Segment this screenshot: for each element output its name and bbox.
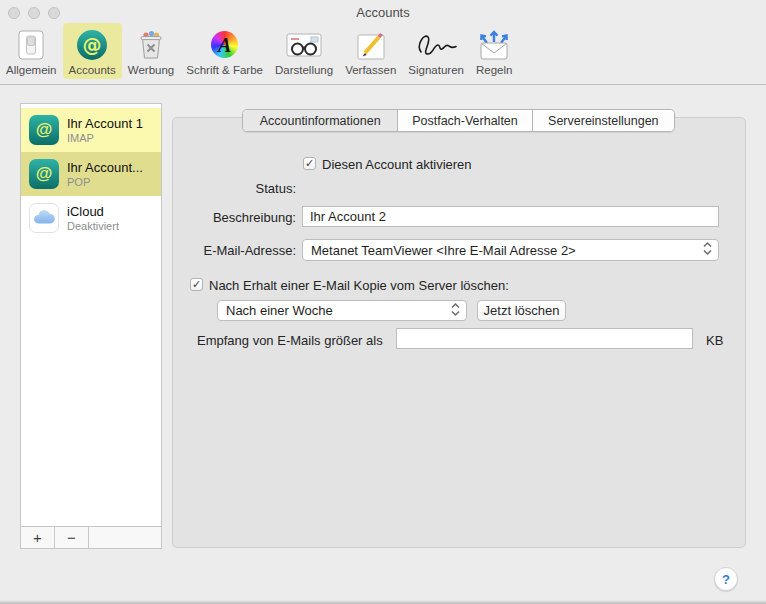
account-title: Ihr Account... — [67, 160, 143, 175]
preferences-toolbar: Allgemein @ Accounts Werbung A Schrift &… — [0, 22, 766, 85]
title-bar: Accounts — [0, 0, 766, 22]
checkmark-icon: ✓ — [305, 158, 314, 169]
email-address-label: E-Mail-Adresse: — [160, 243, 296, 258]
delete-now-button[interactable]: Jetzt löschen — [477, 300, 566, 321]
toolbar-label: Werbung — [128, 64, 174, 76]
signature-icon — [413, 26, 459, 63]
at-account-icon: @ — [29, 159, 59, 189]
toolbar-label: Allgemein — [6, 64, 57, 76]
toolbar-item-verfassen[interactable]: Verfassen — [339, 23, 402, 79]
window-shadow — [0, 600, 766, 604]
account-title: Ihr Account 1 — [67, 116, 143, 131]
preferences-window: Accounts Allgemein @ Accounts Werbung A — [0, 0, 766, 604]
account-list: @ Ihr Account 1 IMAP @ Ihr Account... PO… — [21, 104, 161, 526]
toolbar-label: Regeln — [476, 64, 512, 76]
description-label: Beschreibung: — [160, 210, 296, 225]
size-limit-unit: KB — [706, 333, 723, 348]
icloud-icon — [29, 203, 59, 233]
toolbar-label: Accounts — [69, 64, 116, 76]
size-limit-input[interactable] — [396, 328, 693, 349]
enable-account-checkbox[interactable]: ✓ — [303, 157, 316, 170]
font-color-icon: A — [211, 26, 238, 63]
toolbar-label: Verfassen — [345, 64, 396, 76]
help-button[interactable]: ? — [714, 567, 738, 591]
account-subtitle: Deaktiviert — [67, 220, 119, 232]
rules-envelope-icon — [476, 26, 512, 63]
toolbar-item-allgemein[interactable]: Allgemein — [0, 23, 63, 79]
account-tabs: Accountinformationen Postfach-Verhalten … — [242, 109, 675, 132]
junk-trash-icon — [134, 26, 168, 63]
account-list-footer: + − — [21, 526, 161, 548]
general-switch-icon — [14, 26, 48, 63]
account-row-icloud[interactable]: iCloud Deaktiviert — [21, 196, 161, 240]
compose-pencil-icon — [354, 26, 388, 63]
account-subtitle: IMAP — [67, 132, 143, 144]
description-input[interactable] — [302, 206, 719, 227]
account-subtitle: POP — [67, 176, 143, 188]
toolbar-label: Darstellung — [275, 64, 333, 76]
up-down-chevrons-icon — [450, 302, 461, 319]
account-row-ihr-account-2[interactable]: @ Ihr Account... POP — [21, 152, 161, 196]
toolbar-label: Signaturen — [408, 64, 464, 76]
toolbar-item-regeln[interactable]: Regeln — [470, 23, 518, 79]
accounts-sidebar: @ Ihr Account 1 IMAP @ Ihr Account... PO… — [20, 103, 162, 549]
up-down-chevrons-icon — [702, 242, 713, 259]
tab-postfach-verhalten[interactable]: Postfach-Verhalten — [397, 110, 531, 131]
footer-spacer — [89, 527, 161, 548]
svg-text:@: @ — [83, 33, 102, 55]
toolbar-label: Schrift & Farbe — [186, 64, 263, 76]
email-address-value: Metanet TeamViewer <Ihre E-Mail Adresse … — [311, 243, 576, 258]
delete-interval-popup[interactable]: Nach einer Woche — [217, 300, 467, 321]
at-account-icon: @ — [29, 115, 59, 145]
toolbar-item-schrift-farbe[interactable]: A Schrift & Farbe — [180, 23, 269, 79]
email-address-popup[interactable]: Metanet TeamViewer <Ihre E-Mail Adresse … — [302, 239, 719, 261]
tab-servereinstellungen[interactable]: Servereinstellungen — [532, 110, 674, 131]
size-limit-label: Empfang von E-Mails größer als — [197, 333, 383, 348]
toolbar-item-werbung[interactable]: Werbung — [122, 23, 180, 79]
tab-accountinformationen[interactable]: Accountinformationen — [243, 110, 397, 131]
account-row-ihr-account-1[interactable]: @ Ihr Account 1 IMAP — [21, 108, 161, 152]
delete-copy-label: Nach Erhalt einer E-Mail Kopie vom Serve… — [209, 278, 509, 293]
delete-interval-value: Nach einer Woche — [226, 303, 333, 318]
delete-copy-checkbox[interactable]: ✓ — [190, 278, 203, 291]
accounts-at-icon: @ — [75, 26, 109, 63]
viewing-glasses-icon — [284, 26, 324, 63]
account-title: iCloud — [67, 204, 119, 219]
status-label: Status: — [160, 181, 296, 196]
toolbar-item-darstellung[interactable]: Darstellung — [269, 23, 339, 79]
toolbar-item-signaturen[interactable]: Signaturen — [402, 23, 470, 79]
checkmark-icon: ✓ — [192, 279, 201, 290]
remove-account-button[interactable]: − — [55, 527, 89, 548]
enable-account-label: Diesen Account aktivieren — [322, 157, 472, 172]
add-account-button[interactable]: + — [21, 527, 55, 548]
toolbar-item-accounts[interactable]: @ Accounts — [63, 23, 122, 79]
window-title: Accounts — [0, 5, 766, 20]
